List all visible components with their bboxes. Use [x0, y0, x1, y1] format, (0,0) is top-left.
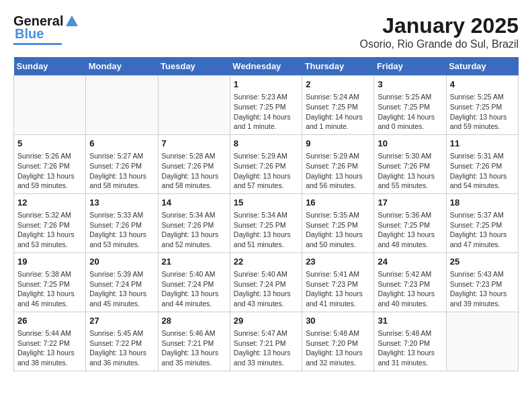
- calendar-cell: 28Sunrise: 5:46 AM Sunset: 7:21 PM Dayli…: [158, 312, 230, 371]
- day-header-sunday: Sunday: [14, 57, 86, 76]
- calendar-cell: 2Sunrise: 5:24 AM Sunset: 7:25 PM Daylig…: [302, 76, 374, 135]
- day-number: 30: [306, 315, 370, 327]
- day-header-thursday: Thursday: [302, 57, 374, 76]
- calendar-cell: 5Sunrise: 5:26 AM Sunset: 7:26 PM Daylig…: [14, 134, 86, 193]
- calendar-week-1: 1Sunrise: 5:23 AM Sunset: 7:25 PM Daylig…: [14, 76, 519, 135]
- day-info: Sunrise: 5:39 AM Sunset: 7:24 PM Dayligh…: [89, 269, 154, 309]
- day-number: 27: [89, 315, 154, 327]
- day-info: Sunrise: 5:29 AM Sunset: 7:26 PM Dayligh…: [234, 151, 298, 191]
- day-info: Sunrise: 5:30 AM Sunset: 7:26 PM Dayligh…: [378, 151, 442, 191]
- day-info: Sunrise: 5:25 AM Sunset: 7:25 PM Dayligh…: [450, 92, 515, 132]
- calendar-cell: 20Sunrise: 5:39 AM Sunset: 7:24 PM Dayli…: [86, 253, 158, 312]
- calendar-cell: 26Sunrise: 5:44 AM Sunset: 7:22 PM Dayli…: [14, 312, 86, 371]
- day-header-monday: Monday: [86, 57, 158, 76]
- day-number: 24: [378, 256, 442, 268]
- day-info: Sunrise: 5:40 AM Sunset: 7:24 PM Dayligh…: [162, 269, 226, 309]
- calendar-week-5: 26Sunrise: 5:44 AM Sunset: 7:22 PM Dayli…: [14, 312, 519, 371]
- day-number: 21: [162, 256, 226, 268]
- calendar-cell: 23Sunrise: 5:41 AM Sunset: 7:23 PM Dayli…: [302, 253, 374, 312]
- day-number: 23: [306, 256, 370, 268]
- day-header-wednesday: Wednesday: [230, 57, 302, 76]
- calendar-cell: [14, 76, 86, 135]
- page-subtitle: Osorio, Rio Grande do Sul, Brazil: [359, 38, 519, 50]
- day-info: Sunrise: 5:34 AM Sunset: 7:26 PM Dayligh…: [162, 210, 226, 250]
- calendar-cell: 19Sunrise: 5:38 AM Sunset: 7:25 PM Dayli…: [14, 253, 86, 312]
- calendar-cell: 9Sunrise: 5:29 AM Sunset: 7:26 PM Daylig…: [302, 134, 374, 193]
- page-header: General Blue January 2025 Osorio, Rio Gr…: [13, 13, 519, 50]
- day-number: 1: [234, 79, 298, 91]
- calendar-cell: 24Sunrise: 5:42 AM Sunset: 7:23 PM Dayli…: [374, 253, 446, 312]
- title-block: January 2025 Osorio, Rio Grande do Sul, …: [359, 13, 519, 50]
- calendar-header-row: SundayMondayTuesdayWednesdayThursdayFrid…: [14, 57, 519, 76]
- calendar-week-3: 12Sunrise: 5:32 AM Sunset: 7:26 PM Dayli…: [14, 193, 519, 253]
- day-number: 2: [306, 79, 370, 91]
- day-info: Sunrise: 5:28 AM Sunset: 7:26 PM Dayligh…: [162, 151, 226, 191]
- day-header-saturday: Saturday: [446, 57, 518, 76]
- day-info: Sunrise: 5:43 AM Sunset: 7:23 PM Dayligh…: [450, 269, 515, 309]
- day-info: Sunrise: 5:34 AM Sunset: 7:25 PM Dayligh…: [234, 210, 298, 250]
- day-info: Sunrise: 5:48 AM Sunset: 7:20 PM Dayligh…: [378, 328, 442, 368]
- day-info: Sunrise: 5:23 AM Sunset: 7:25 PM Dayligh…: [234, 92, 298, 132]
- calendar-cell: [86, 76, 158, 135]
- day-info: Sunrise: 5:24 AM Sunset: 7:25 PM Dayligh…: [306, 92, 370, 132]
- day-number: 26: [17, 315, 82, 327]
- day-number: 20: [89, 256, 154, 268]
- calendar-cell: 13Sunrise: 5:33 AM Sunset: 7:26 PM Dayli…: [86, 193, 158, 253]
- day-info: Sunrise: 5:46 AM Sunset: 7:21 PM Dayligh…: [162, 328, 226, 368]
- calendar-cell: 8Sunrise: 5:29 AM Sunset: 7:26 PM Daylig…: [230, 134, 302, 193]
- calendar-cell: 31Sunrise: 5:48 AM Sunset: 7:20 PM Dayli…: [374, 312, 446, 371]
- calendar-cell: [446, 312, 518, 371]
- day-number: 13: [89, 197, 154, 209]
- day-number: 5: [17, 138, 82, 150]
- calendar-cell: 11Sunrise: 5:31 AM Sunset: 7:26 PM Dayli…: [446, 134, 518, 193]
- day-info: Sunrise: 5:45 AM Sunset: 7:22 PM Dayligh…: [89, 328, 154, 368]
- calendar-cell: 18Sunrise: 5:37 AM Sunset: 7:25 PM Dayli…: [446, 193, 518, 253]
- day-info: Sunrise: 5:25 AM Sunset: 7:25 PM Dayligh…: [378, 92, 442, 132]
- day-info: Sunrise: 5:40 AM Sunset: 7:24 PM Dayligh…: [234, 269, 298, 309]
- day-info: Sunrise: 5:35 AM Sunset: 7:25 PM Dayligh…: [306, 210, 370, 250]
- day-number: 15: [234, 197, 298, 209]
- logo-icon: [64, 14, 79, 29]
- svg-marker-0: [66, 15, 78, 26]
- calendar-cell: 3Sunrise: 5:25 AM Sunset: 7:25 PM Daylig…: [374, 76, 446, 135]
- calendar-cell: 17Sunrise: 5:36 AM Sunset: 7:25 PM Dayli…: [374, 193, 446, 253]
- day-number: 10: [378, 138, 442, 150]
- day-number: 8: [234, 138, 298, 150]
- calendar-cell: 12Sunrise: 5:32 AM Sunset: 7:26 PM Dayli…: [14, 193, 86, 253]
- day-number: 12: [17, 197, 82, 209]
- calendar-cell: 22Sunrise: 5:40 AM Sunset: 7:24 PM Dayli…: [230, 253, 302, 312]
- calendar-cell: [158, 76, 230, 135]
- day-number: 29: [234, 315, 298, 327]
- day-header-friday: Friday: [374, 57, 446, 76]
- day-number: 18: [450, 197, 515, 209]
- day-info: Sunrise: 5:44 AM Sunset: 7:22 PM Dayligh…: [17, 328, 82, 368]
- day-info: Sunrise: 5:48 AM Sunset: 7:20 PM Dayligh…: [306, 328, 370, 368]
- day-number: 9: [306, 138, 370, 150]
- calendar-cell: 25Sunrise: 5:43 AM Sunset: 7:23 PM Dayli…: [446, 253, 518, 312]
- calendar-cell: 10Sunrise: 5:30 AM Sunset: 7:26 PM Dayli…: [374, 134, 446, 193]
- calendar-cell: 7Sunrise: 5:28 AM Sunset: 7:26 PM Daylig…: [158, 134, 230, 193]
- day-number: 31: [378, 315, 442, 327]
- day-info: Sunrise: 5:42 AM Sunset: 7:23 PM Dayligh…: [378, 269, 442, 309]
- calendar-cell: 14Sunrise: 5:34 AM Sunset: 7:26 PM Dayli…: [158, 193, 230, 253]
- logo: General Blue: [13, 13, 81, 45]
- calendar-cell: 16Sunrise: 5:35 AM Sunset: 7:25 PM Dayli…: [302, 193, 374, 253]
- day-info: Sunrise: 5:36 AM Sunset: 7:25 PM Dayligh…: [378, 210, 442, 250]
- day-info: Sunrise: 5:33 AM Sunset: 7:26 PM Dayligh…: [89, 210, 154, 250]
- day-header-tuesday: Tuesday: [158, 57, 230, 76]
- calendar-cell: 29Sunrise: 5:47 AM Sunset: 7:21 PM Dayli…: [230, 312, 302, 371]
- calendar-cell: 21Sunrise: 5:40 AM Sunset: 7:24 PM Dayli…: [158, 253, 230, 312]
- calendar-cell: 27Sunrise: 5:45 AM Sunset: 7:22 PM Dayli…: [86, 312, 158, 371]
- calendar-cell: 4Sunrise: 5:25 AM Sunset: 7:25 PM Daylig…: [446, 76, 518, 135]
- day-number: 22: [234, 256, 298, 268]
- day-number: 7: [162, 138, 226, 150]
- calendar-cell: 1Sunrise: 5:23 AM Sunset: 7:25 PM Daylig…: [230, 76, 302, 135]
- day-number: 28: [162, 315, 226, 327]
- day-number: 6: [89, 138, 154, 150]
- day-number: 4: [450, 79, 515, 91]
- day-info: Sunrise: 5:26 AM Sunset: 7:26 PM Dayligh…: [17, 151, 82, 191]
- day-info: Sunrise: 5:27 AM Sunset: 7:26 PM Dayligh…: [89, 151, 154, 191]
- day-info: Sunrise: 5:31 AM Sunset: 7:26 PM Dayligh…: [450, 151, 515, 191]
- day-number: 14: [162, 197, 226, 209]
- day-info: Sunrise: 5:32 AM Sunset: 7:26 PM Dayligh…: [17, 210, 82, 250]
